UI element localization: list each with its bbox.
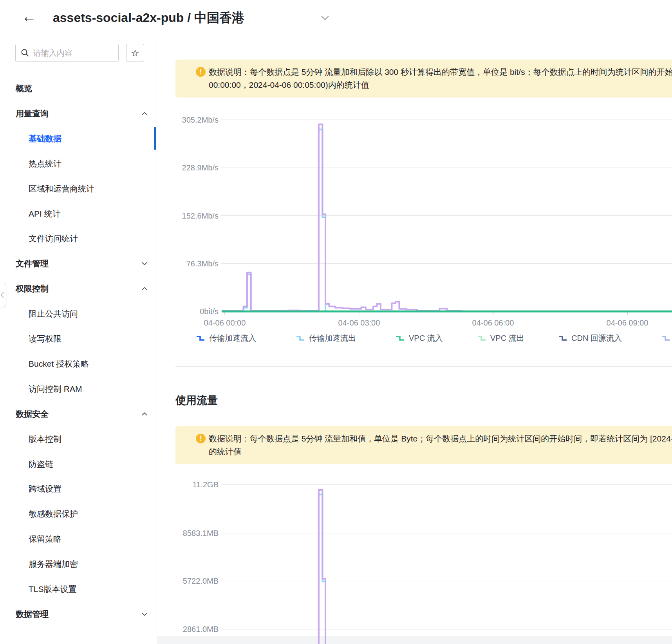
usage-section-title: 使用流量	[175, 393, 218, 407]
sidebar-item-label: 服务器端加密	[29, 559, 78, 570]
x-axis-label: 04-06 03:00	[332, 318, 387, 327]
legend-label: CDN 回源流入	[571, 333, 622, 344]
sidebar-item-4[interactable]: 区域和运营商统计	[0, 182, 156, 196]
sidebar-item-label: 用量查询	[16, 108, 49, 119]
step-line-legend-icon	[396, 335, 405, 342]
sidebar-item-label: 读写权限	[29, 333, 61, 344]
sidebar-item-label: 保留策略	[29, 534, 61, 545]
sidebar-item-18[interactable]: 保留策略	[0, 532, 156, 546]
chevron-up-icon	[141, 111, 148, 116]
sidebar-item-label: 敏感数据保护	[29, 508, 78, 519]
sidebar-item-17[interactable]: 敏感数据保护	[0, 507, 156, 521]
sidebar-item-14[interactable]: 版本控制	[0, 432, 156, 446]
sidebar-item-8[interactable]: 权限控制	[0, 282, 156, 296]
sidebar-item-label: 数据安全	[16, 409, 49, 420]
step-line-legend-icon	[558, 335, 567, 342]
sidebar-item-label: 防盗链	[29, 459, 53, 470]
legend-item-2[interactable]: VPC 流入	[396, 333, 443, 344]
legend-item-4[interactable]: CDN 回源流入	[558, 333, 622, 344]
sidebar-item-label: 跨域设置	[29, 483, 61, 494]
chevron-up-icon	[141, 412, 148, 416]
x-axis-label: 04-06 09:00	[600, 318, 655, 327]
bandwidth-chart[interactable]	[157, 94, 672, 319]
sidebar-item-20[interactable]: TLS版本设置	[0, 582, 156, 596]
legend-label: 传输加速流入	[209, 333, 256, 344]
step-line-legend-icon	[477, 335, 486, 342]
active-item-indicator	[154, 127, 156, 150]
search-input[interactable]: 请输入内容	[15, 44, 119, 62]
sidebar-item-16[interactable]: 跨域设置	[0, 482, 156, 496]
section-divider	[175, 366, 672, 367]
legend-label: 传输加速流出	[309, 333, 356, 344]
search-icon	[21, 49, 29, 57]
sidebar-item-5[interactable]: API 统计	[0, 207, 156, 221]
favorite-star-button[interactable]: ☆	[126, 44, 144, 62]
sidebar-item-label: 版本控制	[29, 434, 61, 445]
warning-icon: !	[196, 434, 206, 443]
sidebar-item-label: 阻止公共访问	[29, 308, 78, 319]
banner-text-line2: 00:00:00，2024-04-06 00:05:00)内的统计值	[209, 79, 369, 91]
legend-item-0[interactable]: 传输加速流入	[196, 333, 256, 344]
step-line-legend-icon	[661, 335, 670, 342]
legend-item-3[interactable]: VPC 流出	[477, 333, 524, 344]
console-page: ← assets-social-a2x-pub / 中国香港 请输入内容 ☆ 概…	[0, 0, 672, 644]
legend-label: VPC 流入	[409, 333, 443, 344]
banner-text-line1: 数据说明：每个数据点是 5分钟 流量加和值，单位是 Byte；每个数据点上的时间…	[209, 432, 672, 445]
sidebar-item-7[interactable]: 文件管理	[0, 257, 156, 271]
sidebar-item-label: 访问控制 RAM	[29, 384, 82, 394]
search-placeholder: 请输入内容	[33, 48, 72, 58]
chevron-down-icon	[141, 612, 148, 617]
sidebar-item-12[interactable]: 访问控制 RAM	[0, 382, 156, 396]
sidebar-item-label: API 统计	[29, 208, 61, 219]
step-line-legend-icon	[296, 335, 305, 342]
chevron-down-icon	[141, 261, 148, 266]
sidebar-item-label: 数据管理	[16, 609, 49, 620]
sidebar-item-15[interactable]: 防盗链	[0, 457, 156, 471]
banner-text-line2: 的统计值	[209, 445, 242, 458]
usage-data-note-banner: ! 数据说明：每个数据点是 5分钟 流量加和值，单位是 Byte；每个数据点上的…	[175, 426, 672, 464]
sidebar-item-label: Bucket 授权策略	[29, 358, 89, 369]
legend-label: VPC 流出	[490, 333, 524, 344]
legend-item-1[interactable]: 传输加速流出	[296, 333, 356, 344]
page-title: assets-social-a2x-pub / 中国香港	[53, 9, 244, 27]
sidebar-collapse-handle[interactable]	[0, 283, 6, 307]
chevron-up-icon	[141, 286, 148, 291]
bandwidth-data-note-banner: ! 数据说明：每个数据点是 5分钟 流量加和后除以 300 秒计算得出的带宽值，…	[175, 60, 672, 98]
sidebar-item-label: TLS版本设置	[29, 584, 77, 595]
sidebar-item-label: 文件管理	[16, 258, 49, 269]
sidebar-item-6[interactable]: 文件访问统计	[0, 232, 156, 246]
back-arrow-icon[interactable]: ←	[22, 9, 36, 24]
legend-item-5[interactable]	[661, 333, 672, 344]
x-axis-label: 04-06 06:00	[466, 318, 520, 327]
usage-traffic-chart[interactable]	[157, 470, 672, 644]
sidebar-item-2[interactable]: 基础数据	[0, 132, 156, 146]
sidebar-item-label: 权限控制	[16, 283, 49, 294]
sidebar-item-9[interactable]: 阻止公共访问	[0, 307, 156, 321]
sidebar-item-19[interactable]: 服务器端加密	[0, 557, 156, 571]
step-line-legend-icon	[196, 335, 205, 342]
warning-icon: !	[196, 67, 206, 77]
sidebar-item-label: 文件访问统计	[29, 233, 78, 244]
sidebar-item-label: 概览	[16, 83, 32, 94]
sidebar-item-10[interactable]: 读写权限	[0, 332, 156, 346]
sidebar-item-label: 热点统计	[29, 158, 61, 169]
sidebar-item-3[interactable]: 热点统计	[0, 157, 156, 171]
sidebar-item-1[interactable]: 用量查询	[0, 107, 156, 121]
sidebar-item-label: 基础数据	[29, 133, 61, 144]
series-cdn-origin-out	[319, 490, 325, 644]
sidebar-item-13[interactable]: 数据安全	[0, 407, 156, 421]
banner-text-line1: 数据说明：每个数据点是 5分钟 流量加和后除以 300 秒计算得出的带宽值，单位…	[209, 66, 672, 78]
series-transfer-accel-out	[222, 129, 672, 311]
series-cdn-origin-out	[222, 125, 672, 312]
sidebar-item-0[interactable]: 概览	[0, 81, 156, 96]
chevron-left-icon	[0, 291, 5, 298]
x-axis-label: 04-06 00:00	[197, 318, 252, 327]
chevron-down-icon[interactable]	[320, 15, 330, 21]
sidebar-item-label: 区域和运营商统计	[29, 183, 94, 194]
sidebar-item-21[interactable]: 数据管理	[0, 607, 156, 621]
sidebar-item-11[interactable]: Bucket 授权策略	[0, 357, 156, 371]
